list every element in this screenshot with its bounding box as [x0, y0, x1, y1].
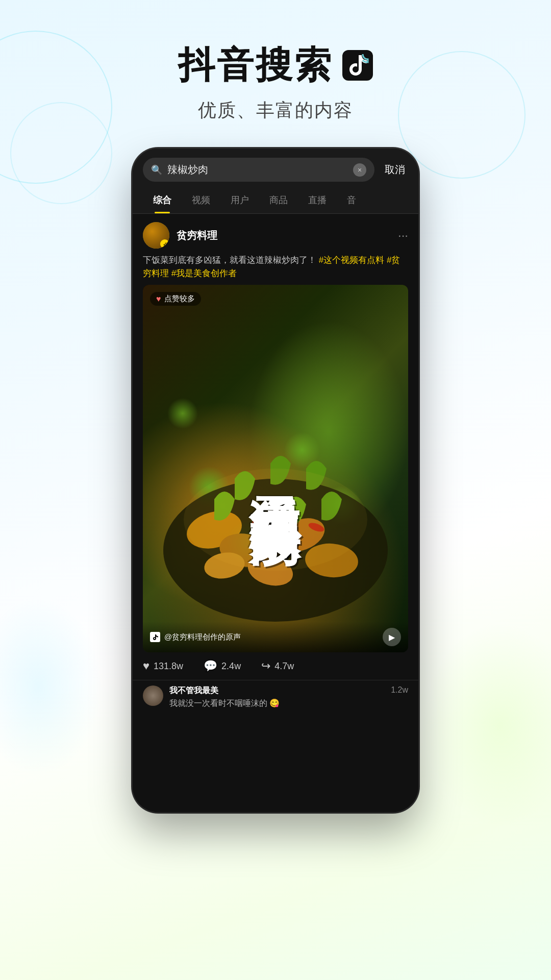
tab-直播[interactable]: 直播: [298, 187, 337, 213]
tabs-area: 综合 视频 用户 商品 直播 音: [133, 187, 418, 214]
hot-badge: ♥ 点赞较多: [150, 292, 201, 306]
tab-视频[interactable]: 视频: [182, 187, 220, 213]
comment-preview: 我不管我最美 我就没一次看时不咽唾沫的 😋 1.2w: [133, 680, 418, 714]
likes-stat: ♥ 131.8w: [143, 659, 183, 673]
sound-info: @贫穷料理创作的原声: [150, 632, 241, 642]
phone-mockup: 🔍 辣椒炒肉 × 取消 综合 视频 用户: [133, 149, 418, 812]
sound-text: @贫穷料理创作的原声: [164, 632, 241, 642]
user-name[interactable]: 贫穷料理: [177, 229, 217, 242]
tab-综合[interactable]: 综合: [143, 187, 182, 213]
heart-stat-icon: ♥: [143, 659, 149, 673]
phone-screen: 🔍 辣椒炒肉 × 取消 综合 视频 用户: [133, 149, 418, 812]
search-clear-button[interactable]: ×: [353, 163, 366, 177]
post-text: 下饭菜到底有多凶猛，就看这道辣椒炒肉了！ #这个视频有点料 #贫穷料理 #我是美…: [133, 254, 418, 285]
tiktok-logo-icon: [342, 50, 373, 81]
video-background: 勇猛辣椒炒肉 ♥ 点赞较多: [143, 285, 408, 652]
tiktok-small-icon: [150, 632, 160, 642]
commenter-avatar: [143, 685, 163, 706]
app-title: 抖音搜索: [0, 41, 551, 90]
tab-音[interactable]: 音: [337, 187, 366, 213]
phone-wrapper: 🔍 辣椒炒肉 × 取消 综合 视频 用户: [0, 149, 551, 812]
more-options-button[interactable]: ···: [398, 228, 408, 242]
post-main-text: 下饭菜到底有多凶猛，就看这道辣椒炒肉了！: [143, 255, 316, 265]
video-container[interactable]: 勇猛辣椒炒肉 ♥ 点赞较多: [143, 285, 408, 652]
verified-badge: ✓: [160, 239, 169, 249]
user-avatar[interactable]: ✓: [143, 222, 169, 249]
comments-stat: 💬 2.4w: [204, 659, 241, 673]
clear-icon: ×: [358, 166, 362, 174]
comments-count: 2.4w: [221, 661, 241, 672]
user-card: ✓ 贫穷料理 ···: [133, 214, 418, 254]
shares-stat: ↪ 4.7w: [261, 659, 294, 673]
heart-icon: ♥: [156, 295, 161, 304]
share-stat-icon: ↪: [261, 659, 270, 673]
comment-stat-icon: 💬: [204, 659, 217, 673]
search-bar-area: 🔍 辣椒炒肉 × 取消: [133, 149, 418, 187]
video-title-text: 勇猛辣椒炒肉: [247, 456, 304, 481]
shares-count: 4.7w: [274, 661, 294, 672]
video-title-overlay: 勇猛辣椒炒肉: [143, 285, 408, 652]
search-icon: 🔍: [151, 164, 162, 176]
search-query-text: 辣椒炒肉: [167, 163, 348, 177]
cancel-button[interactable]: 取消: [382, 161, 408, 179]
search-input-box[interactable]: 🔍 辣椒炒肉 ×: [143, 158, 374, 182]
hot-badge-label: 点赞较多: [164, 294, 195, 304]
likes-count: 131.8w: [154, 661, 183, 672]
stats-bar: ♥ 131.8w 💬 2.4w ↪ 4.7w: [133, 652, 418, 680]
app-subtitle: 优质、丰富的内容: [0, 98, 551, 123]
header: 抖音搜索 优质、丰富的内容: [0, 0, 551, 138]
commenter-name[interactable]: 我不管我最美: [169, 685, 385, 696]
tab-用户[interactable]: 用户: [220, 187, 259, 213]
play-button[interactable]: ▶: [383, 628, 401, 646]
comment-count: 1.2w: [391, 685, 408, 695]
svg-rect-0: [342, 50, 373, 81]
comment-text: 我就没一次看时不咽唾沫的 😋: [169, 698, 385, 709]
app-title-text: 抖音搜索: [178, 41, 333, 90]
video-bottom-bar: @贫穷料理创作的原声 ▶: [143, 622, 408, 652]
tab-商品[interactable]: 商品: [259, 187, 298, 213]
content-area: ✓ 贫穷料理 ··· 下饭菜到底有多凶猛，就看这道辣椒炒肉了！ #这个视频有点料…: [133, 214, 418, 812]
comment-content: 我不管我最美 我就没一次看时不咽唾沫的 😋: [169, 685, 385, 709]
